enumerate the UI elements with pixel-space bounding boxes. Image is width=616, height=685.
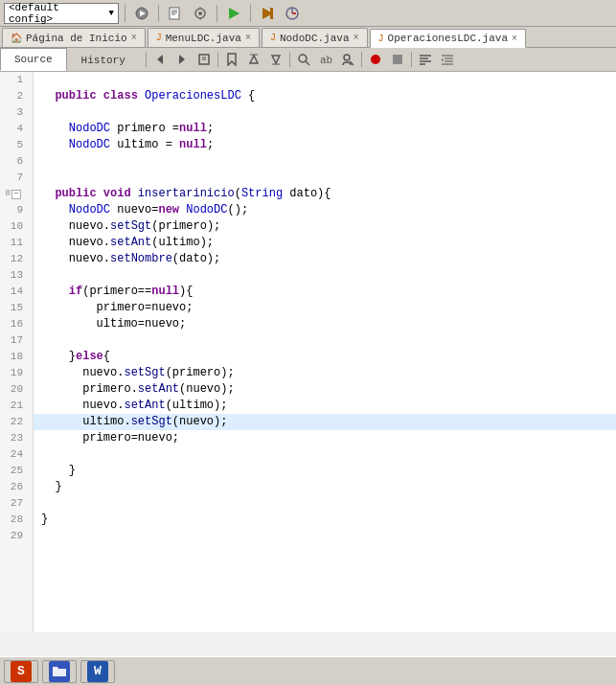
- line-num-16: 16: [0, 316, 28, 332]
- tab-pagina-label: Página de Inicio: [26, 33, 127, 44]
- code-line-21: nuevo.setAnt(ultimo);: [34, 398, 616, 414]
- taskbar-netbeans[interactable]: S: [4, 660, 38, 683]
- taskbar-folder[interactable]: [42, 660, 77, 683]
- back-button[interactable]: [149, 49, 171, 70]
- tab-nododc[interactable]: J NodoDC.java ×: [262, 28, 368, 47]
- config-dropdown-label: <default config>: [9, 2, 109, 25]
- line-num-18: 18: [0, 349, 28, 365]
- line-num-1: 1: [0, 72, 28, 88]
- run-external-tools-button[interactable]: [131, 3, 152, 24]
- code-line-18: }else{: [34, 349, 616, 365]
- tab-menuldc-label: MenuLDC.java: [166, 33, 241, 44]
- code-line-15: primero=nuevo;: [34, 300, 616, 316]
- sec-sep-4: [361, 52, 362, 67]
- code-line-17: [34, 332, 616, 349]
- pagina-icon: 🏠: [11, 33, 22, 44]
- tab-menuldc-close[interactable]: ×: [245, 33, 251, 43]
- line-num-25: 25: [0, 463, 28, 479]
- toggle-rec-button[interactable]: [387, 49, 408, 70]
- line-num-3: 3: [0, 104, 28, 121]
- code-line-27: [34, 495, 616, 512]
- tab-history-label: History: [81, 55, 125, 66]
- tab-history[interactable]: History: [67, 48, 140, 71]
- config-dropdown[interactable]: <default config> ▼: [4, 3, 119, 24]
- code-line-28: }: [34, 512, 616, 528]
- prev-bookmark-button[interactable]: [243, 49, 264, 70]
- tab-operacionesldc[interactable]: J OperacionesLDC.java ×: [370, 29, 526, 48]
- tab-operacionesldc-close[interactable]: ×: [512, 34, 517, 44]
- line-num-24: 24: [0, 446, 28, 463]
- line-num-8: 8 −: [0, 186, 28, 202]
- last-edit-button[interactable]: [194, 49, 215, 70]
- editor-area: 1 2 3 4 5 6 7 8 − 9 10 11 12 13 14 15 16…: [0, 72, 616, 632]
- svg-marker-21: [272, 56, 280, 63]
- fold-icon-8[interactable]: −: [11, 190, 21, 199]
- next-bookmark-button[interactable]: [265, 49, 286, 70]
- debug-button[interactable]: [190, 3, 211, 24]
- top-toolbar: <default config> ▼: [0, 0, 616, 27]
- line-num-14: 14: [0, 284, 28, 300]
- tab-operacionesldc-label: OperacionesLDC.java: [388, 33, 508, 44]
- folder-icon: [49, 661, 70, 682]
- line-num-17: 17: [0, 332, 28, 349]
- new-button[interactable]: [165, 3, 186, 24]
- taskbar-word[interactable]: W: [80, 660, 115, 683]
- tab-menuldc[interactable]: J MenuLDC.java ×: [148, 28, 260, 47]
- code-line-23: primero=nuevo;: [34, 430, 616, 446]
- code-line-13: [34, 267, 616, 284]
- tab-source[interactable]: Source: [0, 48, 67, 71]
- tab-pagina-close[interactable]: ×: [131, 33, 137, 43]
- code-line-11: nuevo.setAnt(ultimo);: [34, 235, 616, 251]
- code-line-1: [34, 72, 616, 88]
- find-usages-button[interactable]: [337, 49, 358, 70]
- tab-pagina-inicio[interactable]: 🏠 Página de Inicio ×: [2, 28, 146, 47]
- toggle-bookmark-button[interactable]: [221, 49, 242, 70]
- line-num-19: 19: [0, 365, 28, 381]
- line-num-13: 13: [0, 267, 28, 284]
- chevron-down-icon: ▼: [109, 9, 114, 18]
- line-num-26: 26: [0, 479, 28, 495]
- profile-button[interactable]: [282, 3, 303, 24]
- code-line-12: nuevo.setNombre(dato);: [34, 251, 616, 267]
- svg-point-23: [299, 55, 307, 62]
- line-num-11: 11: [0, 235, 28, 251]
- line-num-9: 9: [0, 202, 28, 218]
- format-button[interactable]: [415, 49, 436, 70]
- run-button[interactable]: [223, 3, 244, 24]
- nododc-icon: J: [270, 33, 276, 43]
- taskbar: S W: [0, 656, 616, 685]
- tab-source-label: Source: [14, 54, 53, 65]
- sec-sep-5: [411, 52, 412, 67]
- svg-point-28: [371, 55, 380, 64]
- code-line-8: public void insertarinicio(String dato){: [34, 186, 616, 202]
- line-num-7: 7: [0, 170, 28, 186]
- replace-button[interactable]: ab: [315, 49, 336, 70]
- svg-marker-14: [157, 55, 163, 64]
- code-line-6: [34, 153, 616, 170]
- code-line-16: ultimo=nuevo;: [34, 316, 616, 332]
- line-num-29: 29: [0, 528, 28, 544]
- code-line-5: NodoDC ultimo = null;: [34, 137, 616, 153]
- sec-sep-3: [289, 52, 290, 67]
- toolbar-separator-3: [217, 5, 217, 22]
- code-content[interactable]: public class OperacionesLDC { NodoDC pri…: [34, 72, 616, 632]
- line-num-21: 21: [0, 398, 28, 414]
- code-line-7: [34, 170, 616, 186]
- code-line-22: ultimo.setSgt(nuevo);: [34, 414, 616, 430]
- svg-rect-2: [170, 8, 179, 19]
- code-line-14: if(primero==null){: [34, 284, 616, 300]
- code-line-24: [34, 446, 616, 463]
- line-num-23: 23: [0, 430, 28, 446]
- code-line-19: nuevo.setSgt(primero);: [34, 365, 616, 381]
- code-line-9: NodoDC nuevo=new NodoDC();: [34, 202, 616, 218]
- file-tabs: 🏠 Página de Inicio × J MenuLDC.java × J …: [0, 27, 616, 48]
- toggle-breakpoint-button[interactable]: [365, 49, 386, 70]
- search-button[interactable]: [293, 49, 314, 70]
- line-num-20: 20: [0, 381, 28, 398]
- indent-button[interactable]: [437, 49, 458, 70]
- toolbar-separator-1: [125, 5, 125, 22]
- tab-nododc-close[interactable]: ×: [354, 33, 359, 43]
- svg-rect-29: [393, 55, 402, 64]
- coverage-button[interactable]: [257, 3, 278, 24]
- forward-button[interactable]: [171, 49, 193, 70]
